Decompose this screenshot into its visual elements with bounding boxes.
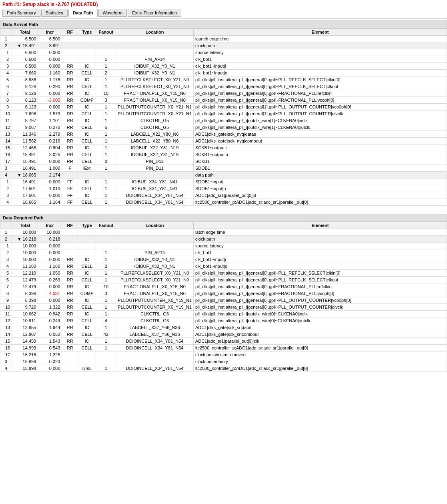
cell-idx: 7 [0,283,12,290]
cell-fanout: 1 [96,304,116,311]
cell-location [116,172,194,179]
cell-type: IC [78,297,96,304]
cell-idx: 1 [0,36,12,42]
cell-idx: 6 [0,277,12,283]
cell-type: IC [78,145,96,151]
table-row: 1716.2181.225clock pessimism removed [0,351,447,358]
cell-idx: 9 [0,297,12,304]
cell-element: data path [193,172,447,179]
cell-location: LABCELL_X22_Y80_N6 [116,138,194,145]
cell-type: CELL [78,263,96,270]
cell-idx: 16 [0,345,12,351]
cell-type: IC [78,270,96,277]
cell-location: IOOBUF_X22_Y81_N19 [116,151,194,158]
cell-element: clk_bot1~input|i [193,256,447,263]
cell-idx: 8 [0,290,12,297]
table-row: 2▼ 15.4918.991clock path [0,42,447,49]
cell-location: DDIOINCELL_X34_Y81_N54 [116,345,194,351]
cell-incr: 0.904 [38,145,62,151]
cell-location: PLLOUTPUTCOUNTER_X0_Y21_N1 [116,110,194,117]
cell-element: pll_clks|pll_inst|altera_pll_i|general[0… [193,297,447,304]
cell-total: 11.562 [12,138,38,145]
cell-total: 8.838 [12,76,38,83]
cell-location [116,236,194,243]
cell-total: ▼ 16.218 [12,236,38,243]
col-fanout: Fanout [96,29,116,36]
tab-statistics[interactable]: Statistics [41,9,68,17]
cell-location: FRACTIONALPLL_X0_Y15_N0 [116,283,194,290]
cell-idx: 4 [0,365,12,372]
table-row: 415.8980.000uTsu1DDIOINCELL_X34_Y81_N54l… [0,365,447,372]
cell-element: pll_clks|pll_inst|altera_pll_i|general[1… [193,110,447,117]
cell-fanout: 2 [96,70,116,76]
cell-rf [62,229,78,236]
cell-idx: 1 [0,243,12,249]
cell-type [78,358,96,365]
cell-incr: 1.101 [38,117,62,124]
cell-rf: RR [62,63,78,70]
cell-idx: 12 [0,124,12,131]
tab-data-path[interactable]: Data Path [68,9,98,17]
cell-rf [62,236,78,243]
col-incr: Incr [38,29,62,36]
cell-rf: RR [62,151,78,158]
cell-fanout: 1 [96,117,116,124]
cell-total: 10.000 [12,229,38,236]
col-idx2 [0,222,12,229]
tab-path-summary[interactable]: Path Summary [2,9,40,17]
cell-idx: 14 [0,331,12,338]
cell-idx: 9 [0,104,12,110]
table-row: 411.1601.160RRCELL2IOIBUF_X32_Y0_N1clk_b… [0,263,447,270]
cell-incr: 1.160 [38,263,62,270]
cell-total: 9.067 [12,124,38,131]
cell-type: CELL [78,70,96,76]
cell-total: 10.662 [12,311,38,317]
col-idx [0,29,12,36]
cell-idx: 2 [0,42,12,49]
cell-rf: RR [62,345,78,351]
tab-waveform[interactable]: Waveform [98,9,127,17]
required-section: Data Required Path Total Incr RF Type Fa… [0,214,447,372]
cell-total: 7.696 [12,110,38,117]
cell-fanout: 1 [96,311,116,317]
cell-incr: 0.000 [38,365,62,372]
cell-location [116,351,194,358]
table-row: 1411.5620.216RRCELL1LABCELL_X22_Y80_N6AD… [0,138,447,145]
cell-fanout [96,243,116,249]
cell-idx: 11 [0,311,12,317]
cell-incr: 2.174 [38,172,62,179]
cell-total: 18.665 [12,199,38,206]
cell-total: 6.123 [12,104,38,110]
cell-fanout: 1 [96,131,116,138]
cell-fanout: 1 [96,76,116,83]
cell-element: clk_bot1~input|i [193,63,447,70]
cell-incr: 0.000 [38,256,62,263]
cell-location: PLLOUTPUTCOUNTER_X0_Y21_N1 [116,104,194,110]
table-row: 129.0670.270RRCELL5CLKCTRL_G5pll_clks|pl… [0,124,447,131]
cell-location: CLKCTRL_G5 [116,124,194,131]
cell-fanout [96,49,116,56]
cell-element: clk_bot1 [193,249,447,256]
cell-fanout: 1 [96,256,116,263]
cell-total: 8.398 [12,297,38,304]
cell-fanout: 1 [96,151,116,158]
table-row: 1210.9110.249RRCELL4CLKCTRL_G6pll_clks|p… [0,317,447,324]
cell-element: ltc2500_controller_p:ADC1|adc_sr:adc_sr1… [193,345,447,351]
cell-total: 9.720 [12,304,38,311]
cell-rf: FF [62,192,78,199]
cell-type: CELL [78,158,96,165]
cell-total: 6.500 [12,56,38,63]
cell-idx: 10 [0,110,12,117]
cell-total: 11.346 [12,131,38,138]
required-section-header: Data Required Path [0,214,447,222]
tab-extra-fitter-information[interactable]: Extra Fitter Information [128,9,181,17]
cell-location: IOIBUF_X32_Y0_N1 [116,256,194,263]
cell-idx: 2 [0,56,12,63]
cell-fanout [96,172,116,179]
cell-idx: 5 [0,270,12,277]
cell-total: 11.160 [12,263,38,270]
arrival-section: Data Arrival Path Total Incr RF Type Fan… [0,20,447,206]
cell-incr: 1.000 [38,165,62,172]
cell-fanout: 1 [96,145,116,151]
cell-type [78,56,96,63]
